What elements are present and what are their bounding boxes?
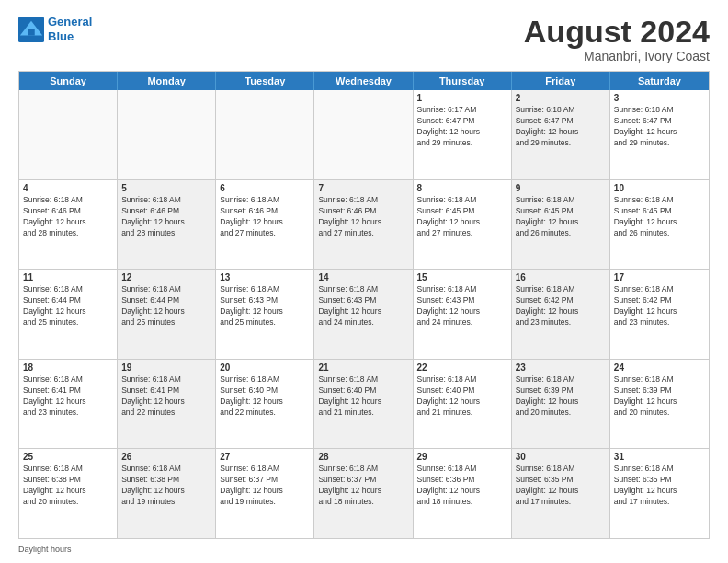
day-number: 21 [318, 362, 408, 373]
day-info: Sunrise: 6:18 AM Sunset: 6:42 PM Dayligh… [516, 284, 606, 328]
calendar-cell [19, 90, 118, 179]
calendar-cell [314, 90, 413, 179]
day-info: Sunrise: 6:18 AM Sunset: 6:35 PM Dayligh… [516, 464, 606, 508]
calendar-cell: 26Sunrise: 6:18 AM Sunset: 6:38 PM Dayli… [118, 449, 216, 538]
day-info: Sunrise: 6:18 AM Sunset: 6:43 PM Dayligh… [318, 284, 408, 328]
calendar-cell: 2Sunrise: 6:18 AM Sunset: 6:47 PM Daylig… [512, 90, 610, 179]
calendar-cell: 28Sunrise: 6:18 AM Sunset: 6:37 PM Dayli… [314, 449, 413, 538]
day-number: 31 [614, 452, 705, 462]
day-number: 4 [23, 183, 113, 193]
day-number: 28 [318, 452, 408, 462]
day-info: Sunrise: 6:18 AM Sunset: 6:45 PM Dayligh… [516, 195, 606, 239]
day-info: Sunrise: 6:18 AM Sunset: 6:41 PM Dayligh… [23, 374, 113, 419]
calendar-cell [216, 90, 314, 179]
calendar-cell: 31Sunrise: 6:18 AM Sunset: 6:35 PM Dayli… [610, 449, 709, 538]
logo-text: General Blue [48, 15, 92, 43]
day-info: Sunrise: 6:18 AM Sunset: 6:47 PM Dayligh… [614, 105, 705, 149]
day-number: 3 [614, 93, 705, 103]
day-number: 14 [318, 272, 408, 282]
location-subtitle: Mananbri, Ivory Coast [524, 49, 710, 63]
calendar-cell [118, 90, 216, 179]
weekday-header: Wednesday [314, 72, 413, 90]
calendar-cell: 17Sunrise: 6:18 AM Sunset: 6:42 PM Dayli… [610, 270, 709, 359]
svg-rect-2 [28, 29, 34, 36]
day-info: Sunrise: 6:18 AM Sunset: 6:40 PM Dayligh… [417, 374, 507, 419]
weekday-header: Saturday [610, 72, 709, 90]
day-info: Sunrise: 6:18 AM Sunset: 6:35 PM Dayligh… [614, 464, 705, 508]
day-info: Sunrise: 6:18 AM Sunset: 6:46 PM Dayligh… [23, 195, 113, 239]
day-info: Sunrise: 6:18 AM Sunset: 6:43 PM Dayligh… [220, 284, 310, 328]
calendar-cell: 6Sunrise: 6:18 AM Sunset: 6:46 PM Daylig… [216, 180, 314, 270]
day-number: 23 [516, 362, 606, 373]
calendar-cell: 23Sunrise: 6:18 AM Sunset: 6:39 PM Dayli… [512, 360, 610, 449]
calendar-cell: 22Sunrise: 6:18 AM Sunset: 6:40 PM Dayli… [414, 360, 512, 449]
day-number: 5 [121, 183, 211, 193]
calendar-row: 1Sunrise: 6:17 AM Sunset: 6:47 PM Daylig… [19, 90, 709, 179]
day-number: 7 [318, 183, 408, 193]
day-info: Sunrise: 6:18 AM Sunset: 6:45 PM Dayligh… [417, 195, 507, 239]
day-info: Sunrise: 6:18 AM Sunset: 6:42 PM Dayligh… [614, 284, 705, 328]
title-block: August 2024 Mananbri, Ivory Coast [524, 15, 710, 63]
calendar-header: SundayMondayTuesdayWednesdayThursdayFrid… [19, 72, 709, 90]
day-number: 12 [121, 272, 211, 282]
day-number: 11 [23, 272, 113, 282]
day-info: Sunrise: 6:18 AM Sunset: 6:46 PM Dayligh… [121, 195, 211, 239]
logo-general: General [48, 15, 92, 29]
calendar-cell: 20Sunrise: 6:18 AM Sunset: 6:40 PM Dayli… [216, 360, 314, 449]
weekday-header: Friday [512, 72, 610, 90]
day-number: 15 [417, 272, 507, 282]
calendar-row: 25Sunrise: 6:18 AM Sunset: 6:38 PM Dayli… [19, 448, 709, 538]
calendar-cell: 12Sunrise: 6:18 AM Sunset: 6:44 PM Dayli… [118, 270, 216, 359]
day-info: Sunrise: 6:18 AM Sunset: 6:43 PM Dayligh… [417, 284, 507, 328]
calendar-cell: 14Sunrise: 6:18 AM Sunset: 6:43 PM Dayli… [314, 270, 413, 359]
day-info: Sunrise: 6:18 AM Sunset: 6:37 PM Dayligh… [318, 464, 408, 508]
day-info: Sunrise: 6:18 AM Sunset: 6:46 PM Dayligh… [220, 195, 310, 239]
calendar-cell: 3Sunrise: 6:18 AM Sunset: 6:47 PM Daylig… [610, 90, 709, 179]
day-info: Sunrise: 6:18 AM Sunset: 6:40 PM Dayligh… [318, 374, 408, 419]
calendar-row: 4Sunrise: 6:18 AM Sunset: 6:46 PM Daylig… [19, 179, 709, 270]
day-number: 19 [121, 362, 211, 373]
calendar-body: 1Sunrise: 6:17 AM Sunset: 6:47 PM Daylig… [19, 90, 709, 538]
weekday-header: Thursday [414, 72, 512, 90]
day-number: 20 [220, 362, 310, 373]
calendar-cell: 11Sunrise: 6:18 AM Sunset: 6:44 PM Dayli… [19, 270, 118, 359]
day-number: 25 [23, 452, 113, 462]
calendar-cell: 30Sunrise: 6:18 AM Sunset: 6:35 PM Dayli… [512, 449, 610, 538]
month-title: August 2024 [524, 15, 710, 49]
day-info: Sunrise: 6:18 AM Sunset: 6:44 PM Dayligh… [121, 284, 211, 328]
weekday-header: Sunday [19, 72, 118, 90]
day-number: 10 [614, 183, 705, 193]
calendar-cell: 25Sunrise: 6:18 AM Sunset: 6:38 PM Dayli… [19, 449, 118, 538]
day-number: 22 [417, 362, 507, 373]
day-number: 8 [417, 183, 507, 193]
day-number: 24 [614, 362, 705, 373]
calendar-cell: 8Sunrise: 6:18 AM Sunset: 6:45 PM Daylig… [414, 180, 512, 270]
calendar-cell: 27Sunrise: 6:18 AM Sunset: 6:37 PM Dayli… [216, 449, 314, 538]
logo: General Blue [18, 15, 92, 43]
day-info: Sunrise: 6:18 AM Sunset: 6:36 PM Dayligh… [417, 464, 507, 508]
calendar-cell: 29Sunrise: 6:18 AM Sunset: 6:36 PM Dayli… [414, 449, 512, 538]
calendar-cell: 13Sunrise: 6:18 AM Sunset: 6:43 PM Dayli… [216, 270, 314, 359]
day-info: Sunrise: 6:18 AM Sunset: 6:37 PM Dayligh… [220, 464, 310, 508]
calendar-cell: 10Sunrise: 6:18 AM Sunset: 6:45 PM Dayli… [610, 180, 709, 270]
day-number: 17 [614, 272, 705, 282]
day-number: 27 [220, 452, 310, 462]
day-number: 13 [220, 272, 310, 282]
header: General Blue August 2024 Mananbri, Ivory… [18, 15, 710, 63]
calendar-cell: 19Sunrise: 6:18 AM Sunset: 6:41 PM Dayli… [118, 360, 216, 449]
weekday-header: Monday [118, 72, 216, 90]
day-info: Sunrise: 6:18 AM Sunset: 6:47 PM Dayligh… [516, 105, 606, 149]
calendar-cell: 18Sunrise: 6:18 AM Sunset: 6:41 PM Dayli… [19, 360, 118, 449]
day-info: Sunrise: 6:18 AM Sunset: 6:40 PM Dayligh… [220, 374, 310, 419]
calendar-cell: 4Sunrise: 6:18 AM Sunset: 6:46 PM Daylig… [19, 180, 118, 270]
day-info: Sunrise: 6:18 AM Sunset: 6:39 PM Dayligh… [614, 374, 705, 419]
day-number: 16 [516, 272, 606, 282]
day-number: 30 [516, 452, 606, 462]
logo-blue: Blue [48, 29, 74, 43]
calendar-cell: 16Sunrise: 6:18 AM Sunset: 6:42 PM Dayli… [512, 270, 610, 359]
day-info: Sunrise: 6:18 AM Sunset: 6:41 PM Dayligh… [121, 374, 211, 419]
day-number: 1 [417, 93, 507, 103]
day-number: 18 [23, 362, 113, 373]
calendar-cell: 24Sunrise: 6:18 AM Sunset: 6:39 PM Dayli… [610, 360, 709, 449]
day-info: Sunrise: 6:18 AM Sunset: 6:44 PM Dayligh… [23, 284, 113, 328]
